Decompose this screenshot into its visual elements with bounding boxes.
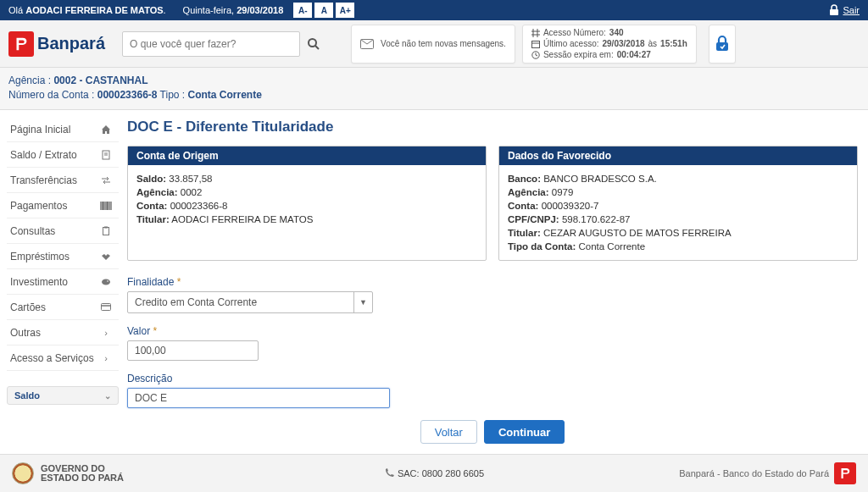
svg-rect-12 (104, 226, 108, 228)
sidebar-item-label: Saldo / Extrato (10, 149, 100, 161)
body: Página Inicial Saldo / Extrato Transferê… (0, 110, 868, 489)
sidebar-item-investment[interactable]: Investimento (7, 269, 119, 295)
font-normal-button[interactable]: A (314, 3, 333, 18)
weekday: Quinta-feira, (183, 5, 235, 15)
fav-agencia-value: 0979 (552, 187, 574, 197)
footer: GOVERNO DO ESTADO DO PARÁ SAC: 0800 280 … (0, 454, 868, 492)
sidebar-item-cards[interactable]: Cartões (7, 295, 119, 320)
session-expire-time: 00:04:27 (617, 50, 651, 60)
sidebar-item-label: Outras (10, 327, 100, 339)
svg-rect-0 (830, 9, 838, 15)
sidebar-item-loans[interactable]: Empréstimos (7, 244, 119, 269)
phone-icon (384, 468, 394, 478)
sidebar-item-label: Página Inicial (10, 124, 100, 135)
brand-mark-icon (8, 31, 34, 57)
button-row: Voltar Continuar (127, 420, 858, 444)
fav-banco-value: BANCO BRADESCO S.A. (543, 174, 657, 184)
origin-titular-value: AODACI FERREIRA DE MATOS (171, 214, 313, 224)
secure-badge[interactable] (709, 25, 736, 64)
sac-info: SAC: 0800 280 6605 (384, 468, 484, 478)
chevron-right-icon: › (100, 353, 112, 363)
font-decrease-button[interactable]: A- (293, 3, 312, 18)
svg-rect-15 (102, 304, 111, 311)
logout-link[interactable]: Sair (843, 5, 860, 15)
gov-text: GOVERNO DO ESTADO DO PARÁ (41, 464, 124, 483)
fav-titular-label: Titular: (508, 228, 541, 238)
finalidade-select-wrap: Credito em Conta Corrente ▼ (127, 291, 373, 313)
finalidade-label: Finalidade * (127, 276, 858, 288)
sidebar-item-label: Acesso a Serviços (10, 352, 100, 364)
shield-lock-icon (714, 34, 731, 54)
origin-agencia-value: 0002 (181, 187, 203, 197)
clipboard-icon (100, 226, 112, 236)
sidebar-item-label: Consultas (10, 225, 100, 237)
last-access-label: Último acesso: (543, 39, 599, 49)
valor-input[interactable] (127, 340, 259, 361)
fav-cpf-value: 598.170.622-87 (562, 214, 631, 224)
svg-line-2 (315, 46, 319, 49)
envelope-icon (360, 39, 374, 49)
sidebar-item-others[interactable]: Outras › (7, 320, 119, 346)
origin-conta-value: 000023366-8 (170, 201, 228, 211)
account-type-label: Tipo : (160, 89, 186, 101)
sidebar-item-queries[interactable]: Consultas (7, 218, 119, 244)
session-expire-label: Sessão expira em: (543, 50, 614, 60)
gov-line2: ESTADO DO PARÁ (41, 473, 124, 483)
continue-button[interactable]: Continuar (484, 420, 565, 444)
sidebar-item-home[interactable]: Página Inicial (7, 117, 119, 142)
brand-logo[interactable]: Banpará (8, 31, 105, 57)
footer-brand-text: Banpará - Banco do Estado do Pará (679, 468, 829, 478)
calendar-icon (531, 40, 540, 48)
svg-point-13 (102, 279, 110, 285)
search-icon (307, 37, 320, 51)
origin-saldo-label: Saldo: (136, 174, 166, 184)
handshake-icon (100, 252, 112, 261)
last-access-time: 15:51h (660, 39, 687, 49)
sidebar-item-balance[interactable]: Saldo / Extrato (7, 142, 119, 168)
origin-titular-label: Titular: (136, 214, 170, 224)
font-increase-button[interactable]: A+ (336, 3, 354, 18)
descricao-input[interactable] (127, 388, 390, 408)
sidebar-item-payments[interactable]: Pagamentos (7, 193, 119, 218)
origin-saldo-value: 33.857,58 (169, 174, 212, 184)
sidebar-item-label: Transferências (10, 174, 100, 186)
origin-conta-label: Conta: (136, 201, 167, 211)
header-row: Banpará Você não tem novas mensagens. Ac… (0, 20, 868, 68)
fav-banco-label: Banco: (508, 174, 541, 184)
sidebar-item-label: Investimento (10, 276, 100, 288)
messages-panel[interactable]: Você não tem novas mensagens. (351, 25, 515, 64)
fav-tipo-label: Tipo da Conta: (508, 241, 576, 252)
topbar-right: Sair (829, 4, 860, 16)
back-button[interactable]: Voltar (420, 420, 477, 444)
svg-point-14 (107, 280, 108, 282)
fav-tipo-value: Conta Corrente (578, 241, 645, 252)
sidebar-item-label: Empréstimos (10, 251, 100, 263)
sidebar-item-label: Cartões (10, 301, 100, 313)
card-icon (100, 303, 112, 311)
search-input[interactable] (122, 31, 300, 57)
sidebar-item-label: Pagamentos (10, 200, 100, 212)
sac-text: SAC: 0800 280 6605 (398, 468, 484, 478)
no-messages-text: Você não tem novas mensagens. (381, 39, 506, 48)
account-strip: Agência : 0002 - CASTANHAL Número da Con… (0, 68, 868, 110)
chevron-down-icon: ⌄ (104, 391, 111, 401)
balance-toggle[interactable]: Saldo ⌄ (7, 386, 119, 405)
descricao-row: Descrição (127, 373, 858, 408)
access-num-label: Acesso Número: (543, 28, 606, 38)
fav-titular-value: CEZAR AUGUSTO DE MATOS FERREIRA (543, 228, 732, 238)
search-button[interactable] (300, 31, 327, 57)
origin-panel-body: Saldo: 33.857,58 Agência: 0002 Conta: 00… (128, 165, 486, 233)
finalidade-row: Finalidade * Credito em Conta Corrente ▼ (127, 276, 858, 313)
greeting: Olá AODACI FERREIRA DE MATOS. (8, 5, 166, 15)
gov-brand: GOVERNO DO ESTADO DO PARÁ (12, 462, 124, 484)
sidebar-item-services[interactable]: Acesso a Serviços › (7, 346, 119, 371)
barcode-icon (100, 202, 112, 210)
panels: Conta de Origem Saldo: 33.857,58 Agência… (127, 146, 858, 261)
valor-row: Valor * (127, 325, 858, 361)
finalidade-select[interactable]: Credito em Conta Corrente (127, 291, 373, 313)
brand-mark-icon (834, 462, 856, 484)
sidebar-item-transfers[interactable]: Transferências (7, 168, 119, 193)
fav-conta-label: Conta: (508, 201, 538, 211)
beneficiary-panel-body: Banco: BANCO BRADESCO S.A. Agência: 0979… (499, 165, 857, 260)
required-mark: * (177, 276, 181, 288)
